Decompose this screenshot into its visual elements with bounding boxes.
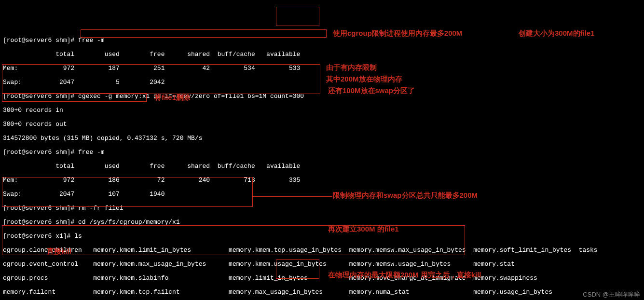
ls-output: cgroup.clone_children memory.kmem.limit_… (3, 247, 641, 254)
command-text: free -m (78, 37, 105, 44)
free-swap-row: Swap: 2047 5 2042 (3, 79, 641, 86)
command-text: rm -fr file1 (78, 205, 123, 212)
command-text: cgexec -g memory:x1 dd if=/dev/zero of=f… (78, 93, 304, 100)
ls-output: cgroup.procs memory.kmem.slabinfo memory… (3, 275, 641, 282)
prompt: [root@server6 shm]# (3, 218, 74, 226)
prompt: [root@server6 shm]# (3, 37, 74, 44)
dd-output: 300+0 records out (3, 121, 641, 128)
dd-output: 314572800 bytes (315 MB) copied, 0.43713… (3, 135, 641, 142)
prompt-line: [root@server6 shm]# cd /sys/fs/cgroup/me… (3, 219, 641, 226)
free-header: total used free shared buff/cache availa… (3, 163, 641, 170)
prompt-line: [root@server6 shm]# free -m (3, 149, 641, 156)
prompt-line: [root@server6 shm]# free -m (3, 37, 641, 44)
highlight-box-available1 (276, 7, 319, 26)
ls-output: cgroup.event_control memory.kmem.max_usa… (3, 261, 641, 268)
prompt: [root@server6 shm]# (3, 205, 74, 212)
prompt-line: [root@server6 x1]# ls (3, 233, 641, 240)
watermark: CSDN @王哞哞哞哞 (583, 291, 640, 299)
prompt-line: [root@server6 shm]# cgexec -g memory:x1 … (3, 93, 641, 100)
command-text: cd /sys/fs/cgroup/memory/x1 (78, 218, 180, 226)
free-header: total used free shared buff/cache availa… (3, 51, 641, 58)
dd-output: 300+0 records in (3, 107, 641, 114)
free-mem-row: Mem: 972 187 251 42 534 533 (3, 65, 641, 72)
prompt: [root@server6 shm]# (3, 93, 74, 100)
prompt: [root@server6 shm]# (3, 149, 74, 156)
prompt: [root@server6 x1]# (3, 232, 70, 240)
prompt-line: [root@server6 shm]# rm -fr file1 (3, 205, 641, 212)
command-text: ls (74, 232, 82, 240)
command-text: free -m (78, 149, 105, 156)
terminal-output: [root@server6 shm]# free -m total used f… (0, 28, 644, 300)
free-mem-row: Mem: 972 186 72 240 713 335 (3, 177, 641, 184)
free-swap-row: Swap: 2047 107 1940 (3, 191, 641, 198)
ls-output: memory.failcnt memory.kmem.tcp.failcnt m… (3, 289, 641, 296)
